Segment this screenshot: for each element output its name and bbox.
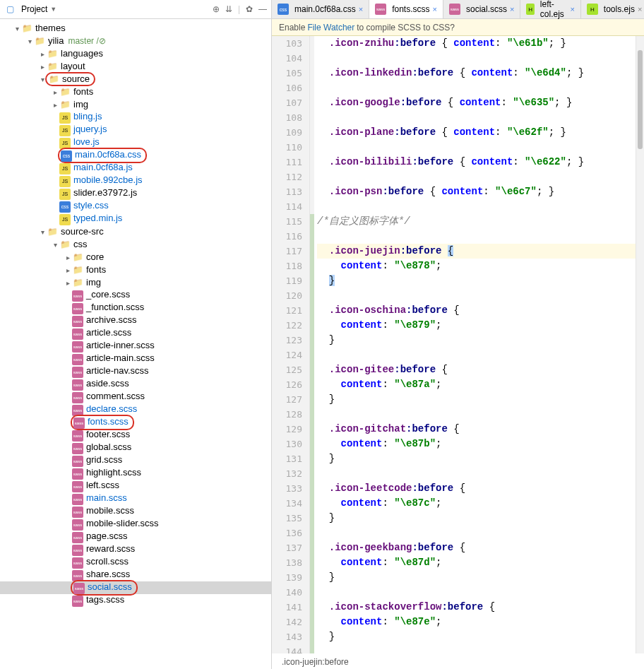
tree-item[interactable]: ▸fonts bbox=[0, 264, 271, 276]
code-line[interactable]: .icon-geekbang:before { bbox=[317, 540, 636, 555]
tree-item[interactable]: footer.scss bbox=[0, 429, 271, 442]
code-line[interactable]: .icon-oschina:before { bbox=[317, 303, 636, 318]
tree-item[interactable]: global.scss bbox=[0, 442, 271, 454]
code-line[interactable]: /*自定义图标字体*/ bbox=[317, 214, 636, 229]
code-line[interactable] bbox=[317, 199, 636, 214]
tree-item[interactable]: ▸fonts bbox=[0, 85, 271, 98]
tree-item[interactable]: ▾source bbox=[0, 73, 271, 85]
close-icon[interactable]: × bbox=[433, 5, 437, 13]
code-line[interactable]: content: "\e879"; bbox=[317, 318, 636, 333]
code-line[interactable] bbox=[317, 348, 636, 362]
editor-tab[interactable]: fonts.scss× bbox=[369, 0, 443, 18]
tree-item[interactable]: archive.scss bbox=[0, 314, 271, 327]
code-line[interactable]: content: "\e87b"; bbox=[317, 437, 636, 451]
tree-item[interactable]: ▸img bbox=[0, 98, 271, 111]
expander-icon[interactable]: ▾ bbox=[38, 228, 47, 236]
close-icon[interactable]: × bbox=[638, 5, 642, 13]
code-line[interactable] bbox=[317, 585, 636, 600]
expander-icon[interactable]: ▾ bbox=[13, 25, 21, 32]
expander-icon[interactable]: ▸ bbox=[38, 50, 47, 58]
expander-icon[interactable]: ▸ bbox=[51, 101, 59, 109]
tree-item[interactable]: main.scss bbox=[0, 492, 271, 505]
tree-item[interactable]: mobile.scss bbox=[0, 505, 271, 518]
tree-item[interactable]: article-nav.scss bbox=[0, 365, 271, 378]
code-line[interactable] bbox=[317, 229, 636, 244]
code-line[interactable]: } bbox=[317, 570, 636, 585]
expander-icon[interactable]: ▸ bbox=[64, 254, 72, 261]
breadcrumb[interactable]: .icon-juejin:before bbox=[282, 657, 349, 667]
code-line[interactable]: .icon-gitee:before { bbox=[317, 362, 636, 377]
code-line[interactable] bbox=[317, 81, 636, 95]
code-line[interactable]: .icon-leetcode:before { bbox=[317, 481, 636, 496]
target-icon[interactable]: ⊕ bbox=[213, 4, 220, 14]
tree-item[interactable]: comment.scss bbox=[0, 391, 271, 403]
tree-item[interactable]: slider.e37972.js bbox=[0, 187, 271, 200]
code-line[interactable]: } bbox=[317, 511, 636, 526]
code-line[interactable]: .icon-juejin:before { bbox=[317, 244, 636, 259]
tree-item[interactable]: ▾css bbox=[0, 238, 271, 251]
tree-item[interactable]: scroll.scss bbox=[0, 556, 271, 569]
tree-item[interactable]: mobile-slider.scss bbox=[0, 518, 271, 531]
tree-item[interactable]: ▸layout bbox=[0, 60, 271, 73]
tree-item[interactable]: article-main.scss bbox=[0, 353, 271, 365]
editor-tab[interactable]: main.0cf68a.css× bbox=[272, 0, 369, 18]
file-watcher-infobar[interactable]: Enable File Watcher to compile SCSS to C… bbox=[272, 19, 644, 36]
tree-item[interactable]: grid.scss bbox=[0, 454, 271, 467]
code-line[interactable]: .icon-linkedin:before { content: "\e6d4"… bbox=[317, 66, 636, 81]
tree-item[interactable]: share.scss bbox=[0, 569, 271, 581]
code-line[interactable]: .icon-znihu:before { content: "\e61b"; } bbox=[317, 36, 636, 51]
tree-item[interactable]: article.scss bbox=[0, 327, 271, 340]
expander-icon[interactable]: ▸ bbox=[64, 266, 72, 274]
tree-item[interactable]: typed.min.js bbox=[0, 213, 271, 225]
tree-item[interactable]: left.scss bbox=[0, 480, 271, 492]
tree-item[interactable]: ▸languages bbox=[0, 47, 271, 60]
close-icon[interactable]: × bbox=[510, 5, 514, 13]
tree-item[interactable]: highlight.scss bbox=[0, 467, 271, 480]
code-area[interactable]: .icon-znihu:before { content: "\e61b"; }… bbox=[314, 36, 636, 653]
tree-item[interactable]: main.0cf68a.js bbox=[0, 162, 271, 174]
scrollbar[interactable] bbox=[636, 36, 644, 653]
tree-item[interactable]: style.css bbox=[0, 200, 271, 213]
tree-item[interactable]: mobile.992cbe.js bbox=[0, 174, 271, 187]
gear-icon[interactable]: ✿ bbox=[246, 4, 253, 14]
expander-icon[interactable]: ▾ bbox=[25, 37, 34, 45]
code-line[interactable]: .icon-stackoverflow:before { bbox=[317, 600, 636, 615]
tree-item[interactable]: declare.scss bbox=[0, 403, 271, 416]
code-line[interactable]: .icon-bilibili:before { content: "\e622"… bbox=[317, 155, 636, 170]
tree-item[interactable]: ▾yilia master / ⊘ bbox=[0, 35, 271, 47]
code-line[interactable] bbox=[317, 170, 636, 184]
code-line[interactable]: content: "\e87a"; bbox=[317, 377, 636, 392]
editor-tab[interactable]: left-col.ejs× bbox=[520, 0, 580, 18]
hide-icon[interactable]: — bbox=[258, 4, 267, 14]
expander-icon[interactable]: ▸ bbox=[38, 63, 47, 71]
code-line[interactable]: .icon-google:before { content: "\e635"; … bbox=[317, 95, 636, 110]
code-line[interactable]: } bbox=[317, 451, 636, 466]
tree-item[interactable]: page.scss bbox=[0, 531, 271, 543]
tree-item[interactable]: main.0cf68a.css bbox=[0, 149, 271, 162]
code-line[interactable] bbox=[317, 110, 636, 125]
code-line[interactable]: content: "\e878"; bbox=[317, 259, 636, 273]
collapse-all-icon[interactable]: ⇊ bbox=[225, 4, 232, 14]
expander-icon[interactable]: ▾ bbox=[51, 241, 59, 249]
code-line[interactable]: .icon-plane:before { content: "\e62f"; } bbox=[317, 125, 636, 140]
file-watcher-link[interactable]: File Watcher bbox=[307, 23, 354, 32]
code-line[interactable]: .icon-psn:before { content: "\e6c7"; } bbox=[317, 184, 636, 199]
tree-item[interactable]: fonts.scss bbox=[0, 416, 271, 429]
tree-item[interactable]: aside.scss bbox=[0, 378, 271, 391]
tree-item[interactable]: reward.scss bbox=[0, 543, 271, 556]
code-line[interactable] bbox=[317, 466, 636, 481]
tree-item[interactable]: ▸core bbox=[0, 251, 271, 264]
tree-item[interactable]: _function.scss bbox=[0, 302, 271, 314]
code-line[interactable]: content: "\e87c"; bbox=[317, 496, 636, 511]
expander-icon[interactable]: ▸ bbox=[64, 279, 72, 287]
code-line[interactable] bbox=[317, 288, 636, 303]
code-line[interactable] bbox=[317, 51, 636, 66]
editor-tab[interactable]: tools.ejs× bbox=[581, 0, 644, 18]
tree-item[interactable]: bling.js bbox=[0, 111, 271, 124]
code-line[interactable]: } bbox=[317, 273, 636, 288]
tree-item[interactable]: _core.scss bbox=[0, 289, 271, 302]
tree-item[interactable]: tags.scss bbox=[0, 594, 271, 607]
code-line[interactable]: content: "\e87e"; bbox=[317, 615, 636, 629]
scrollbar-thumb[interactable] bbox=[638, 50, 643, 149]
code-line[interactable] bbox=[317, 526, 636, 540]
